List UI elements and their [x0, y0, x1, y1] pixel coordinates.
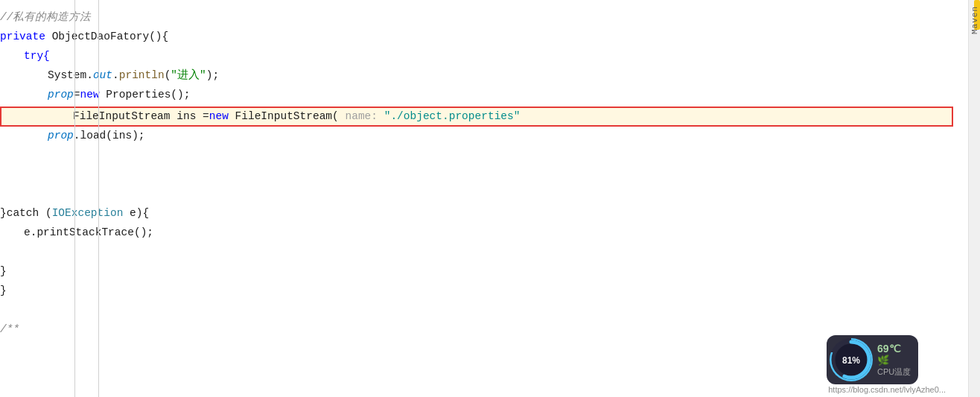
right-sidebar: Maven: [968, 0, 980, 397]
code-area[interactable]: //私有的构造方法 private ObjectDaoFatory(){ try…: [0, 0, 968, 397]
code-token: new: [209, 108, 235, 125]
code-token: (: [165, 67, 171, 84]
code-token-try: try{: [24, 48, 50, 65]
url-text: https://blog.csdn.net/lvlyAzhe0...: [828, 385, 946, 394]
svg-text:81%: 81%: [842, 355, 860, 366]
code-line-try: try{: [0, 48, 968, 67]
code-token: Properties();: [106, 86, 190, 104]
guide-line-1: [74, 0, 75, 397]
highlighted-code-line: FileInputStream ins =new FileInputStream…: [0, 107, 953, 127]
cpu-label: CPU温度: [877, 366, 911, 378]
code-line: /**: [0, 321, 968, 340]
code-line-empty: [0, 302, 968, 321]
code-token: FileInputStream(: [235, 108, 339, 125]
code-line: System.out.println("进入");: [0, 67, 968, 86]
code-line: }catch (IOException e){: [0, 205, 968, 224]
code-line: prop=new Properties();: [0, 86, 968, 106]
code-token: prop: [48, 127, 74, 144]
code-line-empty: [0, 147, 968, 166]
code-token: .: [112, 67, 119, 84]
code-token: }: [0, 282, 7, 299]
code-line-empty: [0, 166, 968, 185]
code-line: //私有的构造方法: [0, 9, 968, 28]
code-token: prop: [48, 86, 74, 104]
cpu-circle: 81%: [830, 338, 873, 381]
maven-label[interactable]: Maven: [970, 6, 979, 34]
cpu-gauge-svg: 81%: [830, 338, 873, 381]
code-token: /**: [0, 321, 19, 338]
code-token: IOException: [52, 205, 124, 222]
code-token: println: [119, 67, 165, 84]
code-line: private ObjectDaoFatory(){: [0, 28, 968, 48]
code-token: private: [0, 28, 52, 45]
code-token: "进入": [171, 67, 206, 84]
code-block: //私有的构造方法 private ObjectDaoFatory(){ try…: [0, 6, 968, 343]
code-line: }: [0, 263, 968, 282]
code-token: FileInputStream ins =: [73, 108, 209, 125]
editor-container: //私有的构造方法 private ObjectDaoFatory(){ try…: [0, 0, 980, 397]
code-token: }: [0, 263, 7, 280]
code-token: out: [93, 67, 112, 84]
code-token: e.printStackTrace();: [24, 224, 153, 241]
code-line: }: [0, 282, 968, 302]
cpu-widget: 81% 69℃ 🌿 CPU温度: [827, 337, 946, 382]
code-token: }catch (: [0, 205, 52, 222]
code-token: .load(ins);: [74, 127, 145, 144]
code-token: );: [206, 67, 219, 84]
code-line-empty: [0, 185, 968, 205]
cpu-widget-bg: 81% 69℃ 🌿 CPU温度: [827, 335, 918, 384]
cpu-temperature: 69℃: [877, 343, 901, 355]
code-line: prop.load(ins);: [0, 127, 968, 147]
cpu-temp-icon: 🌿: [877, 355, 889, 366]
code-token-param-value: "./object.properties": [384, 108, 521, 125]
code-token: e){: [123, 205, 149, 222]
cpu-temp-block: 69℃ 🌿 CPU温度: [877, 343, 911, 378]
code-token: System.: [48, 67, 93, 84]
code-token: ObjectDaoFatory(){: [52, 28, 169, 45]
code-token-param-label: name:: [339, 108, 384, 125]
code-line-empty: [0, 244, 968, 263]
code-token: new: [80, 86, 106, 104]
code-line: e.printStackTrace();: [0, 224, 968, 244]
code-token: //私有的构造方法: [0, 9, 91, 26]
guide-line-2: [98, 0, 99, 397]
